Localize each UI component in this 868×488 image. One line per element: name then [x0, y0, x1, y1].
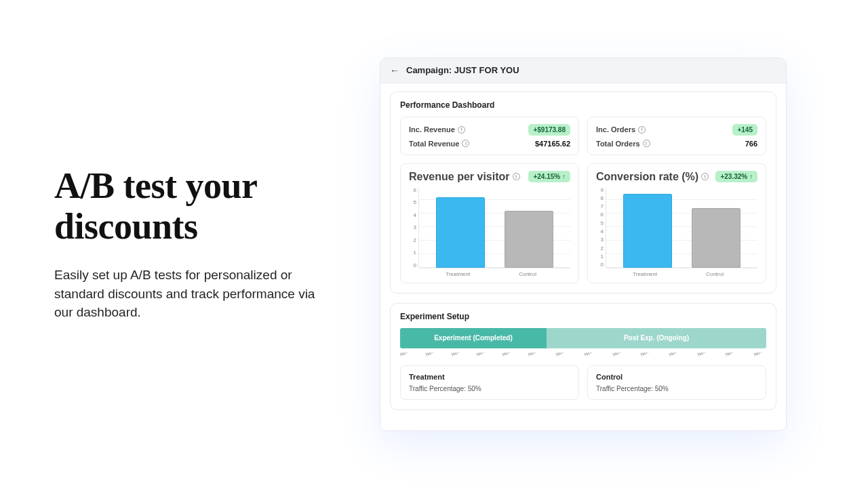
control-group-card: Control Traffic Percentage: 50%	[587, 365, 766, 400]
control-traffic: Traffic Percentage: 50%	[596, 385, 757, 392]
total-revenue-label: Total Revenue i	[409, 140, 469, 148]
conversion-plot	[606, 187, 757, 268]
bar-treatment	[436, 197, 485, 267]
inc-orders-chip: +145	[732, 124, 757, 136]
inc-orders-label: Inc. Orders i	[596, 125, 646, 134]
treatment-traffic: Traffic Percentage: 50%	[409, 385, 570, 392]
info-icon[interactable]: i	[513, 173, 520, 180]
info-icon[interactable]: i	[462, 140, 469, 147]
app-window: ← Campaign: JUST FOR YOU Performance Das…	[380, 58, 787, 431]
experiment-timeline: Experiment (Completed) Post Exp. (Ongoin…	[400, 328, 766, 348]
rpv-label: Revenue per visitor i	[409, 171, 520, 183]
control-group-name: Control	[596, 373, 757, 381]
marketing-headline: A/B test your discounts	[54, 166, 339, 247]
rpv-delta-chip: +24.15% ↑	[528, 171, 570, 182]
bar-control	[692, 208, 741, 267]
orders-summary-card: Inc. Orders i +145 Total Orders i	[587, 117, 766, 155]
timeline-dates: Nov 1, 2024Nov 3, 2024Nov 5, 2024Nov 7, …	[400, 352, 766, 357]
page-title: Campaign: JUST FOR YOU	[406, 65, 519, 75]
timeline-segment-ongoing: Post Exp. (Ongoing)	[547, 328, 766, 348]
inc-revenue-chip: +$9173.88	[528, 124, 570, 136]
bar-treatment	[623, 194, 672, 267]
total-revenue-value: $47165.62	[535, 140, 570, 148]
rpv-chart-card: Revenue per visitor i +24.15% ↑ 6543210 …	[400, 163, 579, 283]
total-orders-label: Total Orders i	[596, 140, 650, 148]
info-icon[interactable]: i	[643, 140, 650, 147]
timeline-segment-completed: Experiment (Completed)	[400, 328, 547, 348]
conversion-xaxis: TreatmentControl	[596, 271, 757, 277]
app-header: ← Campaign: JUST FOR YOU	[380, 58, 786, 83]
performance-panel: Performance Dashboard Inc. Revenue i +$9…	[390, 92, 776, 293]
experiment-title: Experiment Setup	[400, 312, 766, 321]
info-icon[interactable]: i	[701, 173, 709, 180]
rpv-plot	[418, 187, 570, 268]
treatment-group-name: Treatment	[409, 373, 570, 381]
treatment-group-card: Treatment Traffic Percentage: 50%	[400, 365, 579, 400]
conversion-label: Conversion rate (%) i	[596, 171, 709, 183]
rpv-yaxis: 6543210	[409, 187, 418, 268]
rpv-xaxis: TreatmentControl	[409, 271, 570, 277]
info-icon[interactable]: i	[458, 126, 465, 134]
marketing-sub: Easily set up A/B tests for personalized…	[54, 266, 326, 322]
conversion-chart-card: Conversion rate (%) i +23.32% ↑ 98765432…	[587, 163, 766, 283]
conversion-yaxis: 9876543210	[596, 187, 606, 268]
total-orders-value: 766	[745, 140, 757, 148]
revenue-summary-card: Inc. Revenue i +$9173.88 Total Revenue i	[400, 117, 579, 155]
bar-control	[505, 211, 553, 267]
conversion-delta-chip: +23.32% ↑	[715, 171, 757, 182]
experiment-panel: Experiment Setup Experiment (Completed) …	[390, 303, 776, 410]
back-arrow-icon[interactable]: ←	[390, 65, 399, 76]
performance-title: Performance Dashboard	[400, 100, 766, 110]
inc-revenue-label: Inc. Revenue i	[409, 125, 465, 134]
info-icon[interactable]: i	[638, 126, 646, 134]
